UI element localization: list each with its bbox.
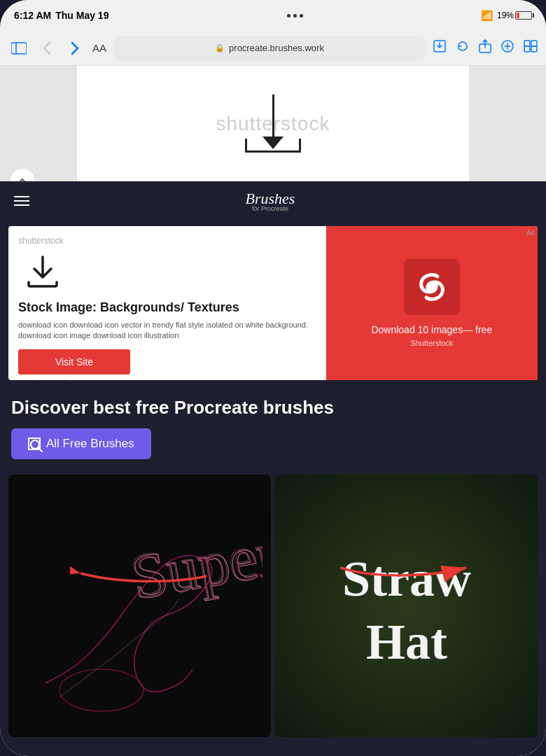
home-indicator	[0, 751, 546, 756]
ad-label: Ad	[526, 229, 535, 237]
site-logo-container: Brushes for Procreate	[246, 190, 295, 212]
discover-section: Discover best free Procreate brushes All…	[0, 386, 546, 466]
straw-hat-lettering: Straw Hat	[275, 475, 538, 737]
date-display: Thu May 19	[55, 10, 108, 21]
shutterstock-logo-icon	[404, 259, 460, 315]
site-logo-sub: for Procreate	[246, 205, 295, 212]
download-button[interactable]	[433, 39, 447, 57]
battery-percent: 19%	[497, 10, 514, 20]
main-content: Brushes for Procreate Ad shutterstock	[0, 181, 546, 756]
ad-right: Download 10 images— free Shutterstock	[326, 226, 538, 380]
ad-banner: Ad shutterstock Stock Image: Backgrounds…	[8, 226, 538, 380]
battery-fill	[517, 13, 519, 18]
ad-shutterstock-logo: shutterstock	[18, 236, 316, 246]
brush-card-superb[interactable]: Superb Superb	[8, 475, 271, 737]
svg-rect-0	[11, 43, 27, 54]
svg-rect-8	[531, 46, 537, 52]
brush-grid: Superb Superb	[0, 475, 546, 751]
arrow-shaft	[272, 94, 274, 136]
back-button[interactable]	[36, 38, 57, 59]
ad-right-text: Download 10 images— free	[371, 323, 492, 336]
svg-text:Hat: Hat	[366, 614, 447, 670]
ad-url: www.shutterstock.com · 742217857	[18, 379, 316, 380]
ad-download-icon	[18, 251, 67, 293]
wifi-icon: 📶	[481, 10, 493, 21]
search-icon	[28, 438, 41, 450]
status-center	[287, 14, 303, 18]
share-button[interactable]	[479, 39, 491, 57]
discover-title: Discover best free Procreate brushes	[11, 397, 535, 419]
forward-button[interactable]	[64, 38, 85, 59]
ad-visit-button[interactable]: Visit Site	[18, 349, 130, 374]
battery-indicator: 19%	[497, 10, 532, 20]
url-text: procreate.brushes.work	[229, 43, 324, 53]
status-left: 6:12 AM Thu May 19	[14, 10, 108, 21]
all-brushes-button[interactable]: All Free Brushes	[11, 428, 151, 459]
brush-card-straw-hat[interactable]: Straw Hat	[275, 475, 538, 737]
sidebar-toggle-button[interactable]	[8, 38, 29, 59]
lock-icon: 🔒	[215, 43, 225, 52]
ad-description: download icon download icon vector in tr…	[18, 320, 316, 342]
svg-rect-6	[531, 41, 537, 46]
download-arrow-prev	[245, 94, 301, 153]
dot-3	[300, 14, 303, 18]
battery-box	[515, 11, 532, 20]
prev-page-content: shutterstock	[77, 66, 469, 181]
browser-toolbar: AA 🔒 procreate.brushes.work	[0, 31, 546, 66]
all-brushes-label: All Free Brushes	[46, 437, 134, 451]
site-nav: Brushes for Procreate	[0, 181, 546, 220]
arrow-head	[262, 136, 284, 149]
svg-rect-5	[524, 41, 530, 46]
browser-actions	[433, 39, 538, 57]
red-arrow-left	[70, 554, 210, 589]
ipad-frame: 6:12 AM Thu May 19 📶 19%	[0, 0, 546, 756]
dot-2	[293, 14, 297, 18]
svg-line-10	[38, 448, 42, 451]
collapse-handle[interactable]	[10, 169, 35, 181]
time-display: 6:12 AM	[14, 10, 51, 21]
ad-right-brand: Shutterstock	[410, 339, 453, 347]
tabs-button[interactable]	[524, 40, 538, 56]
ad-title: Stock Image: Backgrounds/ Textures	[18, 300, 316, 316]
superb-lettering: Superb Superb	[8, 475, 271, 737]
hamburger-menu[interactable]	[14, 196, 29, 206]
status-right: 📶 19%	[481, 10, 532, 21]
svg-point-14	[59, 669, 144, 711]
svg-rect-7	[524, 46, 530, 52]
status-bar: 6:12 AM Thu May 19 📶 19%	[0, 0, 546, 31]
ad-left: shutterstock Stock Image: Backgrounds/ T…	[8, 226, 326, 380]
url-bar[interactable]: 🔒 procreate.brushes.work	[113, 36, 426, 61]
reload-button[interactable]	[456, 40, 469, 56]
red-arrow-right	[337, 548, 477, 583]
svg-point-9	[31, 440, 39, 449]
add-tab-button[interactable]	[501, 40, 514, 56]
ipad-screen: 6:12 AM Thu May 19 📶 19%	[0, 0, 546, 756]
arrow-base	[245, 150, 301, 153]
prev-page-peek: shutterstock	[0, 66, 546, 181]
hamburger-line-1	[14, 196, 29, 197]
dot-1	[287, 14, 290, 18]
hamburger-line-2	[14, 200, 29, 202]
text-size-button[interactable]: AA	[92, 42, 106, 54]
hamburger-line-3	[14, 204, 29, 206]
